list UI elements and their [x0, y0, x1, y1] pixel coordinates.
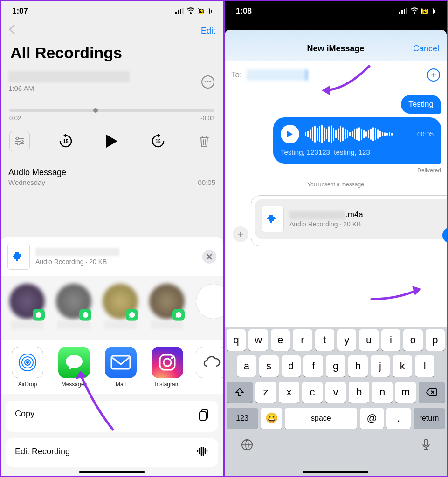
to-field-row[interactable]: To: +	[225, 61, 447, 89]
delivered-status: Delivered	[417, 167, 441, 174]
share-app-airdrop[interactable]: AirDrop	[9, 347, 46, 388]
action-edit-recording[interactable]: Edit Recording	[6, 438, 218, 467]
key-t[interactable]: t	[315, 329, 334, 351]
action-copy[interactable]: Copy	[6, 401, 218, 432]
key-o[interactable]: o	[403, 329, 422, 351]
remaining-time: -0:03	[200, 115, 214, 122]
share-sheet: Audio Recording · 20 KB AirDrop Messages	[1, 237, 223, 476]
edit-button[interactable]: Edit	[201, 26, 215, 36]
key-i[interactable]: i	[381, 329, 400, 351]
status-time: 1:08	[236, 7, 252, 16]
cancel-button[interactable]: Cancel	[413, 44, 439, 54]
dot-key[interactable]: .	[386, 408, 411, 429]
scrubber-thumb[interactable]	[93, 108, 98, 113]
add-attachment-button[interactable]: +	[233, 226, 248, 242]
svg-point-15	[164, 359, 171, 366]
globe-key[interactable]	[241, 438, 254, 455]
attachment-card[interactable]: .m4a Audio Recording · 20 KB	[255, 199, 447, 238]
home-indicator[interactable]	[79, 471, 145, 473]
cellular-icon	[399, 7, 407, 16]
unsent-status: You unsent a message	[307, 181, 364, 188]
key-p[interactable]: p	[426, 329, 445, 351]
key-g[interactable]: g	[326, 355, 345, 377]
scrubber[interactable]	[9, 109, 214, 112]
recording-current[interactable]: 1:06 AM •••	[1, 67, 223, 92]
key-e[interactable]: e	[271, 329, 290, 351]
back-button[interactable]	[8, 24, 15, 37]
key-r[interactable]: r	[293, 329, 312, 351]
key-n[interactable]: n	[372, 382, 393, 403]
svg-rect-1	[178, 10, 179, 14]
share-contact[interactable]	[149, 284, 185, 335]
key-j[interactable]: j	[371, 355, 390, 377]
svg-rect-21	[404, 9, 405, 14]
delete-key[interactable]	[419, 382, 445, 403]
status-bar: 1:08 53	[225, 1, 447, 20]
key-x[interactable]: x	[279, 382, 299, 403]
audio-play-button[interactable]	[281, 125, 299, 143]
more-button[interactable]: •••	[201, 75, 214, 89]
key-u[interactable]: u	[359, 329, 378, 351]
space-key[interactable]: space	[285, 408, 357, 429]
to-recipient-redacted	[247, 69, 307, 81]
recording-item[interactable]: Audio Message Wednesday 00:05	[1, 161, 223, 193]
svg-rect-19	[399, 12, 400, 14]
key-c[interactable]: c	[302, 382, 323, 403]
play-button[interactable]	[102, 131, 122, 151]
key-w[interactable]: w	[248, 329, 268, 351]
share-contact[interactable]	[103, 284, 138, 335]
share-contact[interactable]	[196, 284, 223, 335]
mail-icon	[105, 347, 137, 378]
home-indicator[interactable]	[303, 471, 368, 473]
key-y[interactable]: y	[337, 329, 356, 351]
key-v[interactable]: v	[325, 382, 346, 403]
svg-point-16	[171, 357, 173, 359]
whatsapp-badge-icon	[33, 309, 45, 321]
dictate-key[interactable]	[421, 438, 431, 455]
close-button[interactable]	[202, 250, 216, 264]
svg-rect-22	[406, 8, 407, 14]
delete-button[interactable]	[194, 131, 214, 151]
key-d[interactable]: d	[282, 355, 301, 377]
share-app-instagram[interactable]: Instagram	[149, 347, 186, 388]
add-recipient-button[interactable]: +	[427, 68, 440, 82]
rewind-15-button[interactable]: 15	[55, 131, 76, 151]
forward-15-button[interactable]: 15	[148, 131, 168, 151]
options-button[interactable]	[9, 131, 30, 151]
status-bar: 1:07 53	[1, 1, 223, 20]
waveform-icon	[197, 447, 209, 458]
key-z[interactable]: z	[255, 382, 276, 403]
svg-rect-18	[200, 412, 206, 420]
svg-rect-2	[180, 9, 181, 14]
key-b[interactable]: b	[349, 382, 369, 403]
share-app-more[interactable]	[196, 347, 214, 388]
key-s[interactable]: s	[259, 355, 279, 377]
key-l[interactable]: l	[415, 355, 434, 377]
key-m[interactable]: m	[395, 382, 416, 403]
sent-message[interactable]: Testing	[401, 95, 441, 114]
numbers-key[interactable]: 123	[227, 408, 258, 429]
key-q[interactable]: q	[227, 329, 246, 351]
at-key[interactable]: @	[360, 408, 384, 429]
status-time: 1:07	[12, 7, 28, 16]
share-app-mail[interactable]: Mail	[103, 347, 139, 388]
key-k[interactable]: k	[393, 355, 412, 377]
share-app-messages[interactable]: Messages	[56, 347, 92, 388]
return-key[interactable]: return	[414, 408, 445, 429]
sent-audio-message[interactable]: 00:05 Testing, 123123, testing, 123	[273, 117, 441, 164]
share-file-subtitle: Audio Recording · 20 KB	[35, 258, 197, 266]
copy-icon	[199, 409, 209, 423]
share-contact[interactable]	[9, 284, 45, 335]
emoji-key[interactable]: 😀	[261, 408, 282, 429]
svg-rect-0	[175, 12, 177, 14]
compose-field[interactable]: + .m4a Audio Recording · 20 KB	[251, 195, 447, 246]
share-contact[interactable]	[56, 284, 91, 335]
key-f[interactable]: f	[303, 355, 323, 377]
key-h[interactable]: h	[348, 355, 368, 377]
recording-item-duration: 00:05	[198, 178, 215, 186]
share-apps-row: AirDrop Messages Mail Instagram	[1, 340, 223, 394]
share-filename-redacted	[35, 248, 119, 256]
key-a[interactable]: a	[237, 355, 256, 377]
wifi-icon	[186, 7, 195, 16]
shift-key[interactable]	[227, 382, 253, 403]
